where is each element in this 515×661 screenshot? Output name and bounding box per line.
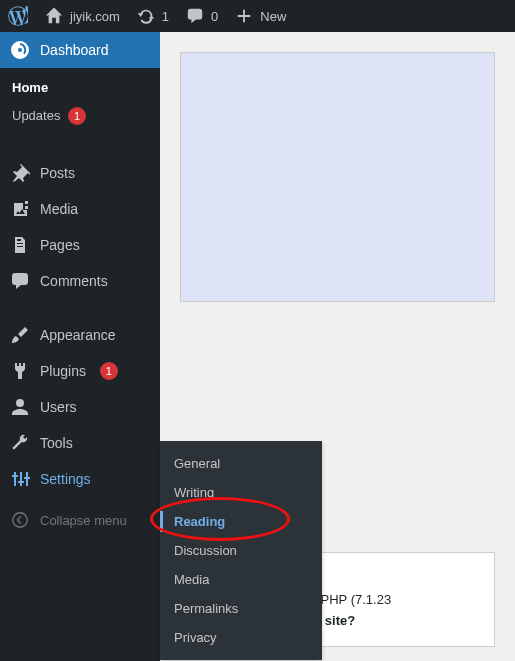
sidebar-item-comments[interactable]: Comments bbox=[0, 263, 160, 299]
sidebar-item-posts[interactable]: Posts bbox=[0, 155, 160, 191]
flyout-permalinks[interactable]: Permalinks bbox=[160, 594, 322, 623]
wp-logo[interactable] bbox=[0, 0, 36, 32]
sidebar-item-dashboard[interactable]: Dashboard bbox=[0, 32, 160, 68]
wrench-icon bbox=[10, 433, 30, 453]
collapse-icon bbox=[10, 510, 30, 530]
updates-indicator[interactable]: 1 bbox=[128, 0, 177, 32]
sidebar-label: Comments bbox=[40, 273, 108, 289]
sidebar-item-plugins[interactable]: Plugins 1 bbox=[0, 353, 160, 389]
comment-icon bbox=[185, 6, 205, 26]
collapse-label: Collapse menu bbox=[40, 513, 127, 528]
sidebar-item-pages[interactable]: Pages bbox=[0, 227, 160, 263]
sidebar-item-media[interactable]: Media bbox=[0, 191, 160, 227]
sidebar-label: Dashboard bbox=[40, 42, 109, 58]
pin-icon bbox=[10, 163, 30, 183]
submenu-home[interactable]: Home bbox=[0, 74, 160, 101]
sidebar-label: Plugins bbox=[40, 363, 86, 379]
new-content[interactable]: New bbox=[226, 0, 294, 32]
sliders-icon bbox=[10, 469, 30, 489]
plugins-badge: 1 bbox=[100, 362, 118, 380]
comments-count: 0 bbox=[211, 9, 218, 24]
sidebar-item-appearance[interactable]: Appearance bbox=[0, 317, 160, 353]
submenu-updates[interactable]: Updates 1 bbox=[0, 101, 160, 131]
sidebar-label: Appearance bbox=[40, 327, 116, 343]
flyout-media[interactable]: Media bbox=[160, 565, 322, 594]
site-name-label: jiyik.com bbox=[70, 9, 120, 24]
flyout-discussion[interactable]: Discussion bbox=[160, 536, 322, 565]
wordpress-icon bbox=[8, 6, 28, 26]
flyout-reading[interactable]: Reading bbox=[160, 507, 322, 536]
flyout-general[interactable]: General bbox=[160, 449, 322, 478]
sidebar-label: Media bbox=[40, 201, 78, 217]
sidebar-label: Tools bbox=[40, 435, 73, 451]
welcome-panel bbox=[180, 52, 495, 302]
refresh-icon bbox=[136, 6, 156, 26]
settings-flyout: General Writing Reading Discussion Media… bbox=[160, 441, 322, 660]
sidebar-label: Posts bbox=[40, 165, 75, 181]
sidebar-item-settings[interactable]: Settings bbox=[0, 461, 160, 497]
updates-badge: 1 bbox=[68, 107, 86, 125]
plus-icon bbox=[234, 6, 254, 26]
brush-icon bbox=[10, 325, 30, 345]
dashboard-icon bbox=[10, 40, 30, 60]
sidebar-label: Settings bbox=[40, 471, 91, 487]
site-name[interactable]: jiyik.com bbox=[36, 0, 128, 32]
comments-indicator[interactable]: 0 bbox=[177, 0, 226, 32]
new-label: New bbox=[260, 9, 286, 24]
sidebar-item-users[interactable]: Users bbox=[0, 389, 160, 425]
page-icon bbox=[10, 235, 30, 255]
flyout-privacy[interactable]: Privacy bbox=[160, 623, 322, 652]
updates-count: 1 bbox=[162, 9, 169, 24]
svg-point-0 bbox=[13, 513, 27, 527]
user-icon bbox=[10, 397, 30, 417]
admin-toolbar: jiyik.com 1 0 New bbox=[0, 0, 515, 32]
admin-sidebar: Dashboard Home Updates 1 Posts Media Pag… bbox=[0, 32, 160, 661]
collapse-menu[interactable]: Collapse menu bbox=[0, 502, 160, 538]
flyout-writing[interactable]: Writing bbox=[160, 478, 322, 507]
dashboard-submenu: Home Updates 1 bbox=[0, 68, 160, 137]
sidebar-label: Users bbox=[40, 399, 77, 415]
home-icon bbox=[44, 6, 64, 26]
sidebar-label: Pages bbox=[40, 237, 80, 253]
plugin-icon bbox=[10, 361, 30, 381]
media-icon bbox=[10, 199, 30, 219]
comment-icon bbox=[10, 271, 30, 291]
sidebar-item-tools[interactable]: Tools bbox=[0, 425, 160, 461]
